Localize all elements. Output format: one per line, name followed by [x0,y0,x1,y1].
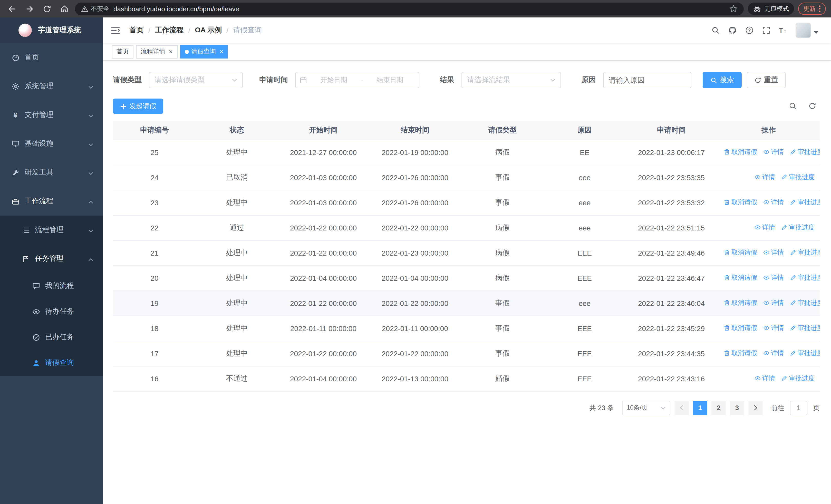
approval-progress-link[interactable]: 审批进度 [790,299,820,307]
cancel-leave-link[interactable]: 取消请假 [724,324,757,333]
cell-apply-time: 2022-01-22 23:45:29 [625,316,718,341]
reset-button[interactable]: 重置 [747,72,786,88]
cell-actions: 取消请假详情审批进度 [718,265,820,291]
cell-status: 处理中 [196,316,278,341]
detail-link[interactable]: 详情 [763,148,784,156]
search-icon[interactable] [711,26,720,35]
approval-progress-link[interactable]: 审批进度 [790,198,820,207]
detail-link[interactable]: 详情 [763,299,784,307]
approval-progress-link[interactable]: 审批进度 [781,223,814,232]
prev-page-button[interactable] [675,401,689,415]
table-refresh-button[interactable] [808,102,816,110]
cell-status: 不通过 [196,366,278,391]
cancel-leave-link[interactable]: 取消请假 [724,349,757,358]
sidebar-item-system-management[interactable]: 系统管理 [0,72,103,100]
browser-update-button[interactable]: 更新 [798,3,826,15]
help-icon[interactable]: ? [745,26,754,35]
sidebar-item-leave-query[interactable]: 请假查询 [0,350,103,376]
page-number-button[interactable]: 2 [711,401,726,415]
github-icon[interactable] [728,26,737,35]
cancel-leave-link[interactable]: 取消请假 [724,273,757,282]
approval-progress-link[interactable]: 审批进度 [790,273,820,282]
browser-refresh-button[interactable] [40,2,53,16]
cell-reason: eee [544,215,625,240]
approval-progress-link[interactable]: 审批进度 [790,324,820,333]
detail-link[interactable]: 详情 [754,223,775,232]
breadcrumb-item[interactable]: OA 示例 [195,26,222,35]
page-numbers: 123 [693,401,744,415]
sidebar-item-payment-management[interactable]: ¥ 支付管理 [0,100,103,129]
detail-link[interactable]: 详情 [754,173,775,182]
search-button[interactable]: 搜索 [703,72,742,88]
incognito-label: 无痕模式 [764,4,789,13]
approval-progress-link[interactable]: 审批进度 [790,349,820,358]
table-row: 23处理中2022-01-03 00:00:002022-01-26 00:00… [113,190,820,215]
cancel-leave-link[interactable]: 取消请假 [724,148,757,156]
table-search-toggle-button[interactable] [789,102,797,110]
page-size-select[interactable]: 10条/页 [622,401,670,415]
sidebar-item-todo-tasks[interactable]: 待办任务 [0,299,103,324]
end-date-input[interactable]: 结束日期 [365,76,415,85]
reason-input[interactable] [603,72,691,88]
security-warning[interactable]: 不安全 [81,4,109,13]
cell-status: 处理中 [196,291,278,316]
detail-link[interactable]: 详情 [763,273,784,282]
breadcrumb-item[interactable]: 工作流程 [155,26,184,35]
app-logo[interactable]: 芋道管理系统 [0,18,103,43]
date-range-picker[interactable]: 开始日期 - 结束日期 [295,72,419,88]
tab-home[interactable]: 首页 [112,45,134,58]
close-icon[interactable]: × [169,48,173,55]
approval-progress-link[interactable]: 审批进度 [790,248,820,257]
fullscreen-icon[interactable] [762,26,771,35]
sidebar-item-task-management[interactable]: 任务管理 [0,244,103,273]
detail-link[interactable]: 详情 [763,248,784,257]
sidebar-item-process-management[interactable]: 流程管理 [0,215,103,244]
font-size-icon[interactable]: TT [779,26,788,35]
main-area: 首页 / 工作流程 / OA 示例 / 请假查询 ? TT [103,18,831,504]
browser-toolbar: 不安全 dashboard.yudao.iocoder.cn/bpm/oa/le… [0,0,831,18]
detail-link[interactable]: 详情 [763,198,784,207]
browser-back-button[interactable] [5,2,19,16]
sidebar-item-workflow[interactable]: 工作流程 [0,187,103,215]
sidebar-item-home[interactable]: 首页 [0,43,103,72]
column-header-id: 申请编号 [113,121,196,140]
result-select[interactable]: 请选择流结果 [461,72,561,88]
detail-link[interactable]: 详情 [763,324,784,333]
address-bar[interactable]: 不安全 dashboard.yudao.iocoder.cn/bpm/oa/le… [75,2,744,15]
cancel-leave-link[interactable]: 取消请假 [724,248,757,257]
page-number-button[interactable]: 1 [693,401,707,415]
page-number-button[interactable]: 3 [730,401,744,415]
sidebar-item-my-processes[interactable]: 我的流程 [0,273,103,299]
cancel-leave-link[interactable]: 取消请假 [724,198,757,207]
cell-id: 20 [113,265,196,291]
sidebar-item-done-tasks[interactable]: 已办任务 [0,324,103,350]
sidebar-item-dev-tools[interactable]: 研发工具 [0,158,103,187]
goto-page-input[interactable] [790,401,807,415]
url-text: dashboard.yudao.iocoder.cn/bpm/oa/leave [113,5,239,12]
start-date-input[interactable]: 开始日期 [309,76,359,85]
sidebar-toggle-button[interactable] [111,25,121,35]
table-row: 25处理中2021-12-27 00:00:002022-01-19 00:00… [113,140,820,165]
tab-process-detail[interactable]: 流程详情 × [136,45,177,58]
approval-progress-link[interactable]: 审批进度 [781,173,814,182]
leave-type-select[interactable]: 请选择请假类型 [149,72,243,88]
detail-link[interactable]: 详情 [754,374,775,383]
close-icon[interactable]: × [220,48,223,55]
browser-home-button[interactable] [57,2,71,16]
browser-forward-button[interactable] [23,2,36,16]
sidebar-item-infrastructure[interactable]: 基础设施 [0,129,103,158]
chevron-down-icon [88,226,93,234]
cancel-leave-link[interactable]: 取消请假 [724,299,757,307]
sidebar-item-label: 基础设施 [25,139,53,148]
detail-link[interactable]: 详情 [763,349,784,358]
approval-progress-link[interactable]: 审批进度 [790,148,820,156]
next-page-button[interactable] [748,401,763,415]
create-leave-button[interactable]: 发起请假 [113,98,163,114]
tab-leave-query[interactable]: 请假查询 × [180,45,228,58]
edit-icon [790,325,796,331]
breadcrumb-separator: / [148,26,150,34]
breadcrumb-item[interactable]: 首页 [130,26,144,35]
user-menu[interactable] [796,23,819,38]
approval-progress-link[interactable]: 审批进度 [781,374,814,383]
bookmark-star-icon[interactable] [729,5,738,13]
